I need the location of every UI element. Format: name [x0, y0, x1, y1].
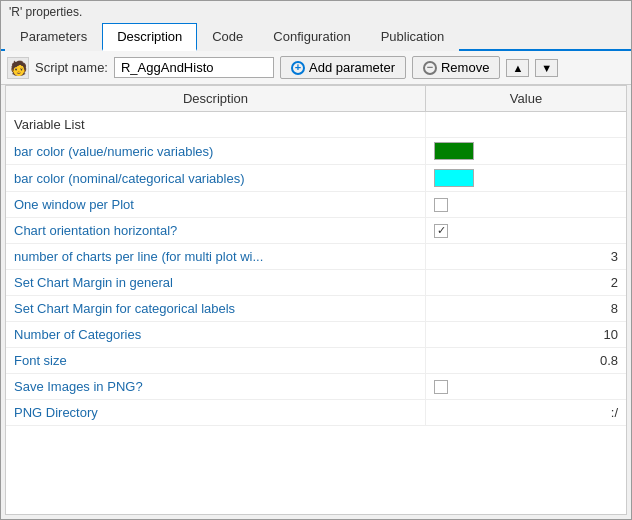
- add-parameter-icon: +: [291, 61, 305, 75]
- tab-code[interactable]: Code: [197, 23, 258, 51]
- script-name-label: Script name:: [35, 60, 108, 75]
- cell-value-num-categories: 10: [426, 322, 626, 347]
- cell-value-chart-margin-categorical: 8: [426, 296, 626, 321]
- toolbar: 🧑 Script name: + Add parameter − Remove …: [1, 51, 631, 85]
- tab-bar: Parameters Description Code Configuratio…: [1, 23, 631, 51]
- color-swatch-bar-color-categorical[interactable]: [434, 169, 474, 187]
- table-row: number of charts per line (for multi plo…: [6, 244, 626, 270]
- table-body: Variable Listbar color (value/numeric va…: [6, 112, 626, 426]
- table-row: Chart orientation horizontal?✓: [6, 218, 626, 244]
- col-header-description: Description: [6, 86, 426, 111]
- table-row: bar color (value/numeric variables): [6, 138, 626, 165]
- cell-description-bar-color-categorical: bar color (nominal/categorical variables…: [6, 165, 426, 191]
- remove-icon: −: [423, 61, 437, 75]
- cell-description-charts-per-line: number of charts per line (for multi plo…: [6, 244, 426, 269]
- cell-value-bar-color-categorical: [426, 165, 626, 191]
- tab-configuration[interactable]: Configuration: [258, 23, 365, 51]
- table-row: bar color (nominal/categorical variables…: [6, 165, 626, 192]
- content-area: Description Value Variable Listbar color…: [5, 85, 627, 515]
- cell-description-chart-orientation: Chart orientation horizontal?: [6, 218, 426, 243]
- cell-value-charts-per-line: 3: [426, 244, 626, 269]
- cell-description-chart-margin-categorical: Set Chart Margin for categorical labels: [6, 296, 426, 321]
- move-up-button[interactable]: ▲: [506, 59, 529, 77]
- cell-description-chart-margin-general: Set Chart Margin in general: [6, 270, 426, 295]
- table-row: Set Chart Margin for categorical labels8: [6, 296, 626, 322]
- checkbox-one-window-per-plot[interactable]: [434, 198, 448, 212]
- cell-description-bar-color-numeric: bar color (value/numeric variables): [6, 138, 426, 164]
- table-row: Font size0.8: [6, 348, 626, 374]
- col-header-value: Value: [426, 86, 626, 111]
- table-row: PNG Directory:/: [6, 400, 626, 426]
- add-parameter-button[interactable]: + Add parameter: [280, 56, 406, 79]
- script-name-input[interactable]: [114, 57, 274, 78]
- title-bar: 'R' properties.: [1, 1, 631, 23]
- cell-value-chart-margin-general: 2: [426, 270, 626, 295]
- remove-button[interactable]: − Remove: [412, 56, 500, 79]
- cell-value-bar-color-numeric: [426, 138, 626, 164]
- cell-value-save-images-png[interactable]: [426, 374, 626, 399]
- checkbox-chart-orientation[interactable]: ✓: [434, 224, 448, 238]
- checkbox-save-images-png[interactable]: [434, 380, 448, 394]
- cell-description-one-window-per-plot: One window per Plot: [6, 192, 426, 217]
- cell-description-variable-list: Variable List: [6, 112, 426, 137]
- cell-value-one-window-per-plot[interactable]: [426, 192, 626, 217]
- cell-description-save-images-png: Save Images in PNG?: [6, 374, 426, 399]
- cell-value-chart-orientation[interactable]: ✓: [426, 218, 626, 243]
- table-row: Set Chart Margin in general2: [6, 270, 626, 296]
- main-window: 'R' properties. Parameters Description C…: [0, 0, 632, 520]
- move-down-button[interactable]: ▼: [535, 59, 558, 77]
- cell-value-font-size: 0.8: [426, 348, 626, 373]
- tab-description[interactable]: Description: [102, 23, 197, 51]
- cell-description-font-size: Font size: [6, 348, 426, 373]
- script-icon: 🧑: [7, 57, 29, 79]
- table-header: Description Value: [6, 86, 626, 112]
- cell-value-variable-list: [426, 112, 626, 137]
- table-row: Variable List: [6, 112, 626, 138]
- color-swatch-bar-color-numeric[interactable]: [434, 142, 474, 160]
- table-row: One window per Plot: [6, 192, 626, 218]
- cell-description-num-categories: Number of Categories: [6, 322, 426, 347]
- cell-value-png-directory: :/: [426, 400, 626, 425]
- table-row: Number of Categories10: [6, 322, 626, 348]
- window-title: 'R' properties.: [9, 5, 82, 19]
- tab-parameters[interactable]: Parameters: [5, 23, 102, 51]
- tab-publication[interactable]: Publication: [366, 23, 460, 51]
- cell-description-png-directory: PNG Directory: [6, 400, 426, 425]
- table-row: Save Images in PNG?: [6, 374, 626, 400]
